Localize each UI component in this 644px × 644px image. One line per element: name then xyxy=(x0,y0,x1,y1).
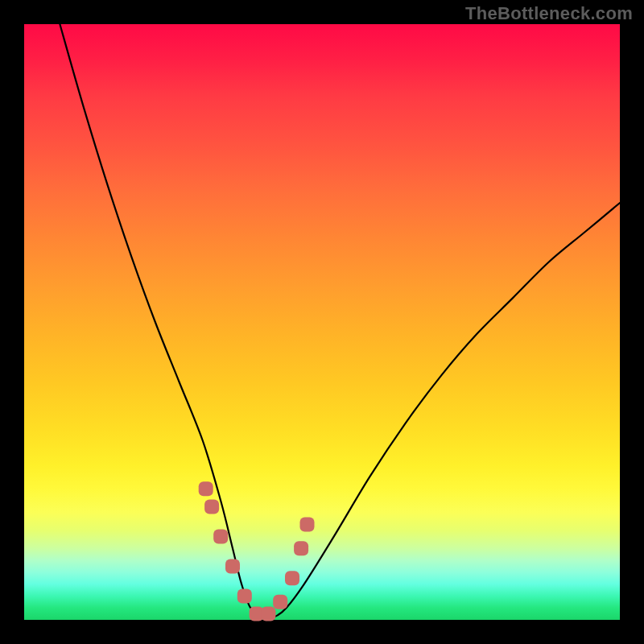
marker-point xyxy=(199,481,213,496)
marker-point xyxy=(300,518,315,532)
marker-point xyxy=(204,499,219,514)
marker-point xyxy=(273,595,287,609)
marker-group xyxy=(199,481,315,621)
marker-point xyxy=(261,607,275,621)
marker-point xyxy=(225,559,240,573)
marker-point xyxy=(213,529,228,543)
plot-area xyxy=(24,24,620,620)
marker-point xyxy=(285,571,299,585)
watermark-label: TheBottleneck.com xyxy=(465,3,633,24)
bottleneck-curve xyxy=(60,24,620,618)
marker-point xyxy=(294,541,308,555)
chart-svg xyxy=(24,24,620,620)
marker-point xyxy=(237,588,252,603)
chart-frame: TheBottleneck.com xyxy=(0,0,644,644)
